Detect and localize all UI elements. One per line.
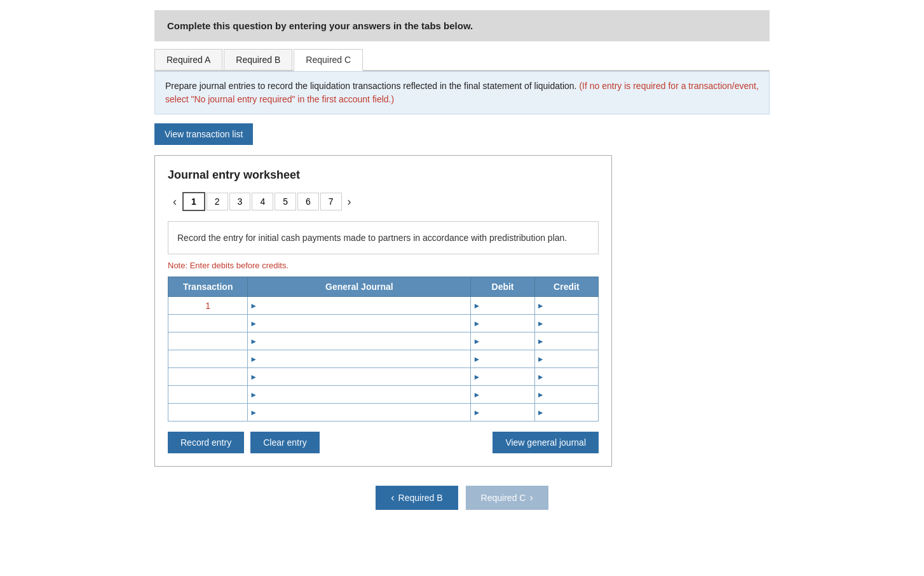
page-btn-5[interactable]: 5 [275,193,296,210]
debit-cell-3[interactable]: ► [471,333,534,350]
view-general-journal-button[interactable]: View general journal [493,432,599,453]
tab-required-b[interactable]: Required B [224,49,292,70]
general-journal-cell-5[interactable]: ► [248,368,471,386]
page-btn-3[interactable]: 3 [229,193,251,210]
col-header-credit: Credit [534,277,598,297]
tab-required-a[interactable]: Required A [154,49,222,70]
cell-arrow-icon: ► [248,319,257,328]
cell-arrow-icon: ► [248,355,257,364]
next-page-button[interactable]: › [343,193,357,211]
credit-cell-4[interactable]: ► [534,350,598,368]
general-journal-cell-3[interactable]: ► [248,333,471,350]
credit-cell-2[interactable]: ► [534,315,598,333]
page-btn-6[interactable]: 6 [297,193,319,210]
debit-arrow-icon: ► [471,301,480,310]
credit-arrow-icon: ► [535,319,545,328]
debit-cell-2[interactable]: ► [471,315,534,333]
cell-arrow-icon: ► [248,337,257,346]
instruction-text: Complete this question by entering your … [167,20,473,31]
debit-arrow-icon: ► [471,319,480,328]
general-journal-cell-7[interactable]: ► [248,404,471,422]
cell-arrow-icon: ► [248,373,257,381]
clear-entry-button[interactable]: Clear entry [250,432,319,453]
general-journal-cell-6[interactable]: ► [248,386,471,404]
transaction-cell-4 [168,350,248,368]
table-row: 1 ► ► ► [168,297,599,315]
credit-input-3[interactable] [545,334,598,348]
page-btn-1[interactable]: 1 [182,192,205,211]
credit-cell-1[interactable]: ► [534,297,598,315]
general-journal-input-3[interactable] [257,334,470,348]
credit-cell-3[interactable]: ► [534,333,598,350]
debit-arrow-icon: ► [471,337,480,346]
journal-table: Transaction General Journal Debit Credit [168,277,599,422]
info-main-text: Prepare journal entries to record the li… [165,81,577,91]
credit-input-4[interactable] [545,352,598,366]
transaction-cell-6 [168,386,248,404]
general-journal-input-1[interactable] [257,298,470,313]
debit-input-2[interactable] [480,316,534,331]
transaction-cell-2 [168,315,248,333]
credit-arrow-icon: ► [535,373,545,381]
worksheet-title: Journal entry worksheet [168,168,599,182]
entry-description: Record the entry for initial cash paymen… [168,221,599,254]
transaction-cell-1: 1 [168,297,248,315]
page-btn-2[interactable]: 2 [207,193,228,210]
general-journal-cell-2[interactable]: ► [248,315,471,333]
credit-cell-6[interactable]: ► [534,386,598,404]
debit-input-6[interactable] [480,387,534,402]
info-box: Prepare journal entries to record the li… [154,71,770,114]
debit-input-3[interactable] [480,334,534,348]
credit-input-6[interactable] [545,387,598,402]
credit-cell-7[interactable]: ► [534,404,598,422]
credit-input-2[interactable] [545,316,598,331]
transaction-cell-7 [168,404,248,422]
table-row: ► ► ► [168,368,599,386]
general-journal-input-6[interactable] [257,387,470,402]
general-journal-cell-4[interactable]: ► [248,350,471,368]
general-journal-cell-1[interactable]: ► [248,297,471,315]
col-header-debit: Debit [471,277,534,297]
credit-arrow-icon: ► [535,337,545,346]
general-journal-input-5[interactable] [257,369,470,384]
table-row: ► ► ► [168,350,599,368]
credit-input-1[interactable] [545,298,598,313]
table-row: ► ► ► [168,333,599,350]
general-journal-input-4[interactable] [257,352,470,366]
action-buttons: Record entry Clear entry View general jo… [168,432,599,453]
next-nav-button[interactable]: Required C › [466,486,548,510]
debit-cell-7[interactable]: ► [471,404,534,422]
general-journal-input-2[interactable] [257,316,470,331]
credit-arrow-icon: ► [535,301,545,310]
debit-cell-1[interactable]: ► [471,297,534,315]
debit-input-7[interactable] [480,405,534,420]
debit-input-5[interactable] [480,369,534,384]
debit-input-4[interactable] [480,352,534,366]
bottom-navigation: ‹ Required B Required C › [154,486,770,510]
cell-arrow-icon: ► [248,408,257,417]
debit-cell-6[interactable]: ► [471,386,534,404]
credit-input-5[interactable] [545,369,598,384]
table-row: ► ► ► [168,386,599,404]
general-journal-input-7[interactable] [257,405,470,420]
tab-required-c[interactable]: Required C [294,49,363,71]
page-btn-7[interactable]: 7 [320,193,342,210]
debit-arrow-icon: ► [471,390,480,399]
table-row: ► ► ► [168,315,599,333]
credit-input-7[interactable] [545,405,598,420]
page-btn-4[interactable]: 4 [252,193,273,210]
prev-nav-button[interactable]: ‹ Required B [376,486,458,510]
entry-note: Note: Enter debits before credits. [168,261,599,270]
debit-cell-4[interactable]: ► [471,350,534,368]
transaction-cell-5 [168,368,248,386]
debit-cell-5[interactable]: ► [471,368,534,386]
debit-input-1[interactable] [480,298,534,313]
record-entry-button[interactable]: Record entry [168,432,244,453]
table-row: ► ► ► [168,404,599,422]
debit-arrow-icon: ► [471,355,480,364]
view-transaction-button[interactable]: View transaction list [154,123,253,145]
pagination-row: ‹ 1 2 3 4 5 6 7 › [168,192,599,211]
cell-arrow-icon: ► [248,390,257,399]
prev-page-button[interactable]: ‹ [168,193,182,211]
credit-cell-5[interactable]: ► [534,368,598,386]
